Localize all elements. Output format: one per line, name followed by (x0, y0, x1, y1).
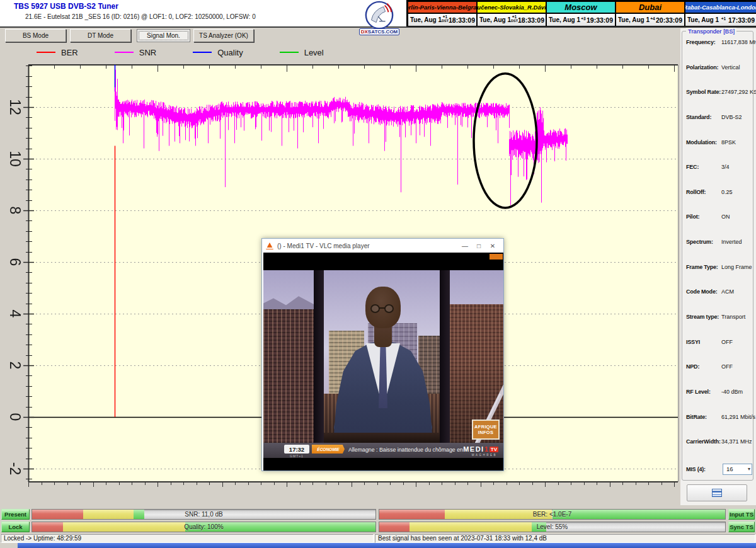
clock-header-rabat: Rabat-Casablanca-London (685, 1, 756, 13)
medi1tv-sub: MAGHREB (472, 454, 497, 457)
field-spectrum: Spectrum:Inverted (686, 239, 752, 245)
taskbar-strip[interactable] (18, 543, 756, 548)
ber-value: BER: <1.0E-7 (379, 511, 725, 518)
clock-header-lucenec: Lučenec-Slovakia_R.Dávid (477, 1, 546, 13)
snr-line-swatch (115, 52, 134, 53)
ticker-category-badge: ÉCONOMIE (312, 445, 345, 454)
quality-line-swatch (193, 52, 212, 53)
vlc-video-area[interactable]: AFRIQUEINFOS 17:32 GMT+1 ÉCONOMIE Allema… (263, 253, 503, 471)
legend-item-snr: SNR (115, 48, 156, 57)
clock-date: Tue, Aug 1 (549, 16, 580, 23)
transponder-title: Transponder [BS] (686, 28, 736, 35)
legend-item-quality: Quality (193, 48, 243, 57)
field-rf-level: RF Level:-40 dBm (686, 389, 752, 395)
legend-label: BER (61, 48, 78, 57)
tab-dt-mode[interactable]: DT Mode (70, 29, 131, 42)
legend-item-ber: BER (37, 48, 78, 57)
input-ts-indicator: Input TS (728, 509, 755, 520)
transponder-groupbox: Transponder [BS] Frequency:11617,838 MHz… (682, 31, 753, 481)
legend-label: SNR (139, 48, 156, 57)
clock-date: Tue, Aug 1 (479, 16, 511, 23)
field-issyi: ISSYIOFF (686, 339, 752, 345)
field-pilot: Pilot:ON (686, 214, 752, 220)
report-button[interactable] (687, 484, 747, 501)
level-value: Level: 55% (379, 523, 725, 530)
clock-time: 18:33:09 (518, 16, 544, 24)
clock-time-moscow: Tue, Aug 1 +3 19:33:09 (546, 13, 616, 26)
mis-selected-value: 16 (726, 465, 733, 472)
anchor-desk (324, 433, 440, 443)
field-standard: Standard:DVB-S2 (686, 114, 752, 120)
maximize-button[interactable]: □ (472, 243, 486, 249)
present-indicator: Present (1, 509, 30, 520)
clock-header-moscow: Moscow (546, 1, 616, 13)
field-frame-type: Frame Type:Long Frame (686, 264, 752, 270)
quality-progressbar: Quality: 100% (32, 522, 376, 532)
ber-progressbar: BER: <1.0E-7 (379, 509, 726, 520)
buildings-left (263, 309, 314, 443)
afrique-infos-badge: AFRIQUEINFOS (472, 420, 500, 440)
field-code-mode: Code Mode:ACM (686, 288, 752, 295)
clock-time: 20:33:09 (656, 16, 682, 24)
mis-select[interactable]: 16 ▾ (723, 464, 752, 475)
transponder-fields: Frequency:11617,838 MHz Polarization:Ver… (686, 39, 752, 475)
clock-date: Tue, Aug 1 (687, 16, 719, 23)
letterbox-bottom (263, 458, 503, 471)
ber-line-swatch (37, 52, 55, 53)
quality-value: Quality: 100% (32, 523, 375, 530)
video-clock-overlay (490, 254, 503, 260)
clock-tz: +1DST (442, 15, 449, 23)
window-pillar-left (314, 270, 324, 443)
snr-value: SNR: 11,0 dB (32, 511, 375, 518)
tbs-tuner-app: TBS 5927 USB DVB-S2 Tuner 21.6E - Eutels… (0, 0, 756, 548)
tab-signal-mon[interactable]: Signal Mon. (137, 29, 190, 42)
news-ticker: 17:32 GMT+1 ÉCONOMIE Allemagne : Baisse … (263, 443, 503, 458)
header: TBS 5927 USB DVB-S2 Tuner 21.6E - Eutels… (0, 0, 756, 26)
level-progressbar: Level: 55% (379, 522, 726, 532)
medi1tv-logo: MEDI1TV (463, 445, 498, 453)
field-rolloff: RollOff:0.25 (686, 189, 752, 195)
field-mis: MIS (4): 16 ▾ (686, 464, 752, 475)
field-npd: NPD:OFF (686, 363, 752, 370)
clock-date: Tue, Aug 1 (618, 16, 650, 23)
transponder-panel: Transponder [BS] Frequency:11617,838 MHz… (680, 28, 756, 505)
best-signal-status: Best signal has been seen at 2023-07-31 … (375, 534, 755, 543)
field-carrier-width: CarrierWidth:34,371 MHz (686, 438, 752, 445)
vlc-cone-icon (266, 243, 273, 249)
clock-tz: +1 (721, 17, 726, 21)
snr-progressbar: SNR: 11,0 dB (32, 509, 376, 520)
field-polarization: Polarization:Vertical (686, 64, 752, 71)
news-studio-scene: AFRIQUEINFOS (263, 270, 503, 443)
clock-time-lucenec: Tue, Aug 1 +1DST 18:33:09 (477, 13, 546, 26)
world-clocks: Berlin-Paris-Vienna-Belgrade Lučenec-Slo… (406, 0, 756, 28)
signal-status-section: Present Lock SNR: 11,0 dB Quality: 100% … (0, 508, 756, 534)
tab-ts-analyzer[interactable]: TS Analyzer (OK) (193, 29, 254, 42)
level-line-swatch (280, 52, 299, 53)
ticker-headline: Allemagne : Baisse inattendue du chômage… (348, 447, 463, 453)
clock-time: 17:33:09 (728, 16, 755, 24)
minimize-button[interactable]: — (458, 243, 472, 249)
clock-date: Tue, Aug 1 (410, 16, 442, 23)
field-fec: FEC:3/4 (686, 164, 752, 170)
field-stream-type: Stream type:Transport (686, 314, 752, 320)
ticker-time: 17:32 (284, 445, 309, 454)
vlc-titlebar[interactable]: () - Medi1 TV - VLC media player — □ ✕ (262, 239, 503, 253)
chevron-down-icon: ▾ (748, 466, 750, 472)
legend-item-level: Level (280, 48, 324, 57)
logo-text: DXSATCS.COM (359, 28, 399, 35)
clock-time: 19:33:09 (587, 16, 613, 24)
report-icon (712, 489, 722, 497)
clock-header-dubai: Dubai (616, 1, 685, 13)
field-bitrate: BitRate:61,291 Mbit/s (686, 414, 752, 420)
vlc-window: () - Medi1 TV - VLC media player — □ ✕ (261, 238, 504, 471)
field-modulation: Modulation:8PSK (686, 139, 752, 146)
window-pillar-right (440, 270, 450, 443)
sync-ts-indicator: Sync TS (728, 522, 755, 532)
field-symbol-rate: Symbol Rate:27497,292 KS/s (686, 89, 752, 95)
close-button[interactable]: ✕ (486, 243, 500, 249)
tab-bs-mode[interactable]: BS Mode (5, 29, 66, 42)
clock-header-berlin: Berlin-Paris-Vienna-Belgrade (408, 1, 477, 13)
clock-tz: +1DST (511, 15, 518, 23)
clock-tz: +3 (581, 17, 585, 21)
app-title: TBS 5927 USB DVB-S2 Tuner (14, 2, 118, 11)
